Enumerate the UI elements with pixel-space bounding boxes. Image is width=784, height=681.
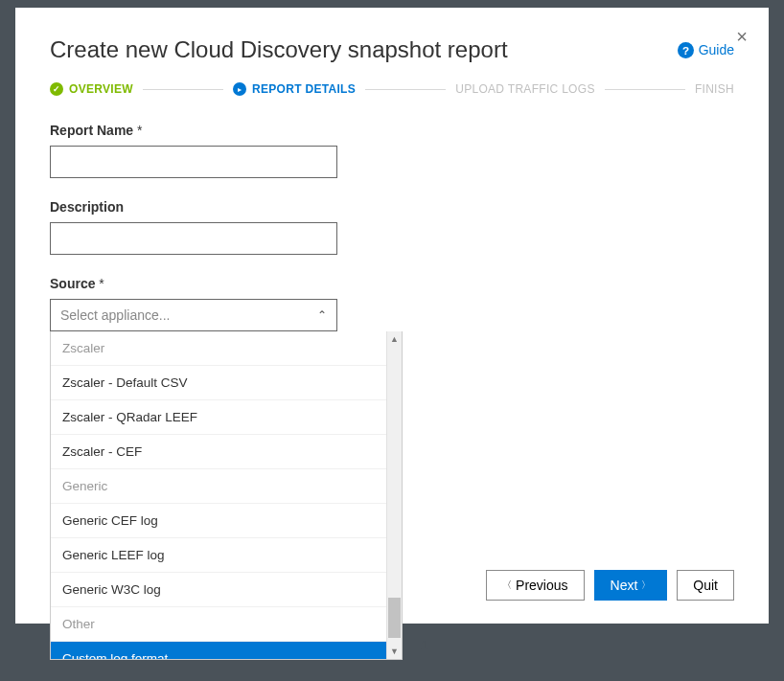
previous-button-label: Previous [516, 578, 567, 593]
next-button-label: Next [611, 578, 638, 593]
step-label: UPLOAD TRAFFIC LOGS [455, 82, 595, 96]
source-select[interactable]: Select appliance... ⌃ [50, 299, 337, 331]
dropdown-item-custom-log[interactable]: Custom log format... [51, 642, 386, 659]
svg-text:?: ? [682, 43, 689, 56]
scrollbar-thumb[interactable] [388, 598, 401, 638]
source-dropdown: Zscaler Zscaler - Default CSV Zscaler - … [50, 331, 403, 660]
dropdown-group-generic: Generic [51, 469, 386, 504]
modal-footer: 〈 Previous Next 〉 Quit [486, 570, 734, 601]
quit-button[interactable]: Quit [677, 570, 734, 601]
dropdown-list: Zscaler Zscaler - Default CSV Zscaler - … [51, 331, 386, 659]
dropdown-item-generic-w3c[interactable]: Generic W3C log [51, 573, 386, 607]
form-group-description: Description [50, 199, 734, 255]
checkmark-icon [50, 82, 63, 96]
dropdown-group-other: Other [51, 607, 386, 642]
next-button[interactable]: Next 〉 [594, 570, 668, 601]
dropdown-item-generic-leef[interactable]: Generic LEEF log [51, 538, 386, 573]
guide-link[interactable]: ? Guide [678, 42, 734, 58]
scrollbar-down-icon[interactable]: ▼ [387, 644, 402, 659]
close-icon[interactable]: × [736, 27, 748, 46]
report-name-label: Report Name [50, 123, 734, 138]
help-icon: ? [678, 42, 694, 58]
modal-dialog: × Create new Cloud Discovery snapshot re… [15, 8, 769, 624]
previous-button[interactable]: 〈 Previous [486, 570, 584, 601]
form-group-source: Source Select appliance... ⌃ Zscaler Zsc… [50, 276, 734, 331]
step-label: OVERVIEW [69, 82, 133, 96]
step-divider [143, 89, 223, 90]
step-label: REPORT DETAILS [252, 82, 356, 96]
scrollbar-up-icon[interactable]: ▲ [387, 331, 402, 347]
step-upload: UPLOAD TRAFFIC LOGS [455, 82, 595, 96]
chevron-left-icon: 〈 [502, 579, 512, 592]
form-group-report-name: Report Name [50, 123, 734, 178]
dropdown-item-zscaler-leef[interactable]: Zscaler - QRadar LEEF [51, 400, 386, 435]
modal-header: Create new Cloud Discovery snapshot repo… [50, 36, 734, 63]
source-select-wrapper: Select appliance... ⌃ Zscaler Zscaler - … [50, 299, 337, 331]
step-overview[interactable]: OVERVIEW [50, 82, 133, 96]
page-below-indicator: 1 [421, 638, 427, 652]
modal-title: Create new Cloud Discovery snapshot repo… [50, 36, 508, 63]
scrollbar-track[interactable]: ▲ ▼ [386, 331, 402, 659]
step-divider [365, 89, 446, 90]
dropdown-item-zscaler-csv[interactable]: Zscaler - Default CSV [51, 366, 386, 400]
guide-link-label: Guide [699, 42, 734, 57]
dropdown-group-zscaler: Zscaler [51, 331, 386, 366]
dropdown-item-zscaler-cef[interactable]: Zscaler - CEF [51, 435, 386, 469]
dropdown-item-generic-cef[interactable]: Generic CEF log [51, 504, 386, 538]
step-label: FINISH [695, 82, 734, 96]
description-label: Description [50, 199, 734, 215]
report-name-input[interactable] [50, 146, 337, 178]
quit-button-label: Quit [693, 578, 718, 593]
step-finish: FINISH [695, 82, 734, 96]
play-icon [233, 82, 246, 96]
step-divider [605, 89, 685, 90]
step-report-details[interactable]: REPORT DETAILS [233, 82, 356, 96]
wizard-steps: OVERVIEW REPORT DETAILS UPLOAD TRAFFIC L… [50, 82, 734, 96]
description-input[interactable] [50, 222, 337, 255]
chevron-right-icon: 〉 [641, 579, 651, 592]
source-placeholder: Select appliance... [60, 307, 170, 323]
source-label: Source [50, 276, 734, 291]
chevron-up-icon: ⌃ [317, 308, 327, 322]
